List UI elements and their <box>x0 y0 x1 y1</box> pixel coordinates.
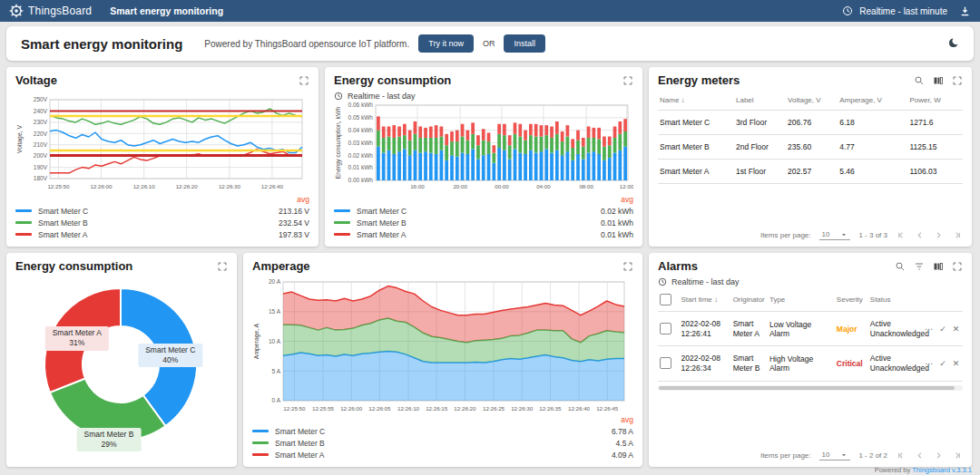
more-actions-icon[interactable]: ⋯ <box>925 359 933 368</box>
last-page-icon[interactable] <box>953 451 963 460</box>
column-header[interactable]: Voltage, V <box>786 91 838 111</box>
pagination-buttons <box>896 451 963 460</box>
fullscreen-icon[interactable] <box>952 261 963 272</box>
items-per-page-select[interactable]: 10 <box>819 450 851 460</box>
columns-icon[interactable] <box>933 261 944 272</box>
alarm-actions: ⋯✓✕ <box>923 346 963 381</box>
alarm-row[interactable]: 2022-02-0812:26:41SmartMeter ALow Voltag… <box>658 312 963 346</box>
last-page-icon[interactable] <box>953 230 963 240</box>
acknowledge-icon[interactable]: ✓ <box>939 359 946 368</box>
table-row[interactable]: Smart Meter B2nd Floor235.604.771125.15 <box>658 135 963 160</box>
svg-text:0.03 kWh: 0.03 kWh <box>348 140 374 146</box>
panel-energy-consumption-donut: Energy consumption Smart Meter A31%Smart… <box>6 253 237 467</box>
column-header[interactable]: Power, W <box>907 91 963 111</box>
acknowledge-icon[interactable]: ✓ <box>939 325 946 334</box>
fullscreen-icon[interactable] <box>622 261 633 272</box>
filter-icon[interactable] <box>914 261 925 272</box>
panel-title: Energy consumption <box>334 73 451 87</box>
table-row[interactable]: Smart Meter A1st Floor202.575.461106.03 <box>658 160 963 184</box>
row-checkbox[interactable] <box>660 323 671 334</box>
clear-icon[interactable]: ✕ <box>953 359 960 368</box>
legend-avg-value: 0.01 kWh <box>601 218 633 228</box>
download-icon[interactable] <box>959 5 971 17</box>
legend-item[interactable]: Smart Meter B0.01 kWh <box>334 217 633 228</box>
fullscreen-icon[interactable] <box>299 75 309 86</box>
dashboard-header-card: Smart energy monitoring Powered by Thing… <box>6 26 974 61</box>
svg-text:12:25:55: 12:25:55 <box>312 405 335 412</box>
items-per-page-select[interactable]: 10 <box>819 229 851 240</box>
next-page-icon[interactable] <box>934 451 944 460</box>
table-cell: 2nd Floor <box>734 135 786 160</box>
try-it-now-button[interactable]: Try it now <box>418 34 474 53</box>
first-page-icon[interactable] <box>896 451 906 460</box>
alarm-severity: Major <box>835 312 868 346</box>
panel-amperage: Amperage 20 A15 A10 A5 A0 A12:25:5012:25… <box>243 253 642 467</box>
energy-bar-chart[interactable]: 0.06 kWh0.05 kWh0.04 kWh0.03 kWh0.02 kWh… <box>334 102 633 191</box>
thingsboard-logo[interactable] <box>9 4 24 18</box>
select-all-checkbox[interactable] <box>658 288 680 312</box>
timewindow-button[interactable]: Realtime - last day <box>658 277 963 286</box>
scrollbar-thumb[interactable] <box>659 386 955 390</box>
svg-text:12:25:50: 12:25:50 <box>283 405 306 412</box>
legend-item[interactable]: Smart Meter A4.09 A <box>252 449 633 460</box>
column-header[interactable]: Status <box>868 288 923 312</box>
column-header[interactable]: Amperage, V <box>838 91 907 111</box>
alarm-row[interactable]: 2022-02-0812:26:34SmartMeter BHigh Volta… <box>658 346 963 381</box>
svg-text:12:26:30: 12:26:30 <box>219 183 241 189</box>
table-pagination: Items per page: 10 1 - 2 of 2 <box>658 447 963 460</box>
timewindow-button[interactable]: Realtime - last minute <box>859 6 947 16</box>
more-actions-icon[interactable]: ⋯ <box>925 325 933 334</box>
svg-text:12:26:30: 12:26:30 <box>511 405 534 412</box>
install-button[interactable]: Install <box>504 34 545 53</box>
alarm-severity: Critical <box>835 346 868 381</box>
clear-icon[interactable]: ✕ <box>953 325 960 334</box>
legend-item[interactable]: Smart Meter A0.01 kWh <box>334 228 633 240</box>
originator-line: Meter B <box>733 364 766 373</box>
next-page-icon[interactable] <box>934 230 944 240</box>
svg-text:Amperage, A: Amperage, A <box>253 323 260 359</box>
fullscreen-icon[interactable] <box>952 75 963 86</box>
column-header[interactable]: Name ↓ <box>658 91 734 111</box>
legend-item[interactable]: Smart Meter A197.83 V <box>15 228 309 240</box>
search-icon[interactable] <box>914 75 925 86</box>
legend-item[interactable]: Smart Meter C6.78 A <box>252 425 633 437</box>
alarm-type: High Voltage Alarm <box>768 346 835 381</box>
fullscreen-icon[interactable] <box>217 261 228 272</box>
columns-icon[interactable] <box>933 75 944 86</box>
svg-text:12:26:40: 12:26:40 <box>261 183 284 189</box>
fullscreen-icon[interactable] <box>622 75 633 86</box>
pagination-buttons <box>896 230 963 240</box>
slice-name: Smart Meter A <box>53 328 102 338</box>
legend-series-name: Smart Meter A <box>357 230 406 239</box>
column-header[interactable]: Label <box>734 91 786 111</box>
legend-item[interactable]: Smart Meter C213.16 V <box>15 205 309 217</box>
horizontal-scrollbar[interactable] <box>658 385 963 391</box>
legend-item[interactable]: Smart Meter C0.02 kWh <box>334 205 633 217</box>
column-header[interactable]: Start time ↓ <box>680 288 731 312</box>
table-cell: 1271.6 <box>907 111 963 135</box>
column-header[interactable]: Type <box>768 288 835 312</box>
first-page-icon[interactable] <box>896 230 906 240</box>
svg-text:00:00: 00:00 <box>495 183 509 189</box>
prev-page-icon[interactable] <box>915 451 925 460</box>
donut-chart[interactable]: Smart Meter A31%Smart Meter C40%Smart Me… <box>15 273 228 460</box>
table-cell: Smart Meter B <box>658 135 734 160</box>
table-row[interactable]: Smart Meter C3rd Floor206.766.181271.6 <box>658 111 963 135</box>
donut-slice-label: Smart Meter B29% <box>77 428 142 451</box>
legend-item[interactable]: Smart Meter B4.5 A <box>252 437 633 449</box>
column-header[interactable]: Severity <box>835 288 868 312</box>
search-icon[interactable] <box>895 261 906 272</box>
thingsboard-version-link[interactable]: Thingsboard v.3.3.1 <box>912 466 972 474</box>
voltage-line-chart[interactable]: 250V240V230V220V210V200V190V180V12:25:50… <box>15 95 309 191</box>
timewindow-button[interactable]: Realtime - last day <box>334 92 633 101</box>
brand-name[interactable]: ThingsBoard <box>28 5 92 17</box>
legend-swatch <box>334 209 350 212</box>
column-header[interactable]: Originator <box>731 288 768 312</box>
dark-mode-toggle[interactable] <box>946 37 959 50</box>
legend-swatch <box>252 441 269 444</box>
start-date: 2022-02-08 <box>681 354 730 364</box>
row-checkbox[interactable] <box>660 357 671 369</box>
legend-item[interactable]: Smart Meter B232.54 V <box>15 217 309 228</box>
amperage-area-chart[interactable]: 20 A15 A10 A5 A0 A12:25:5012:25:5512:26:… <box>252 277 632 413</box>
prev-page-icon[interactable] <box>915 230 925 240</box>
